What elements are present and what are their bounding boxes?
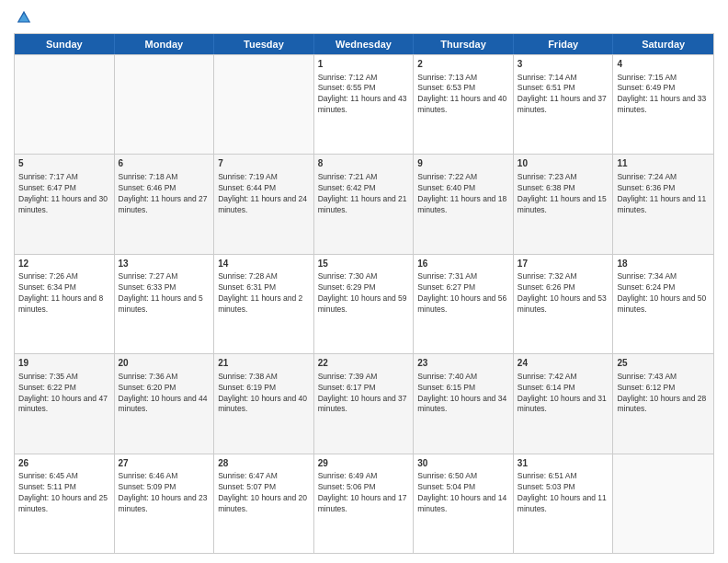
calendar-cell: 29Sunrise: 6:49 AMSunset: 5:06 PMDayligh… — [314, 454, 415, 553]
day-number: 20 — [119, 357, 210, 370]
calendar-row: 5Sunrise: 7:17 AMSunset: 6:47 PMDaylight… — [15, 154, 713, 253]
day-number: 31 — [518, 457, 609, 470]
cell-details: Sunrise: 7:43 AMSunset: 6:12 PMDaylight:… — [617, 372, 710, 416]
day-number: 6 — [119, 157, 210, 170]
day-number: 19 — [18, 357, 110, 370]
calendar-cell: 9Sunrise: 7:22 AMSunset: 6:40 PMDaylight… — [414, 155, 514, 253]
calendar-row: 1Sunrise: 7:12 AMSunset: 6:55 PMDaylight… — [15, 54, 713, 154]
day-number: 13 — [119, 258, 210, 270]
cell-details: Sunrise: 7:14 AMSunset: 6:51 PMDaylight:… — [518, 73, 609, 117]
cell-details: Sunrise: 7:28 AMSunset: 6:31 PMDaylight:… — [218, 271, 310, 316]
logo-icon — [16, 9, 32, 26]
day-number: 7 — [218, 157, 310, 170]
calendar-cell: 21Sunrise: 7:38 AMSunset: 6:19 PMDayligh… — [214, 354, 314, 453]
day-number: 11 — [617, 157, 710, 170]
day-number: 5 — [18, 157, 110, 170]
day-number: 28 — [218, 457, 310, 470]
day-number: 3 — [518, 58, 609, 71]
calendar-cell: 25Sunrise: 7:43 AMSunset: 6:12 PMDayligh… — [613, 354, 713, 453]
header-day: Monday — [115, 34, 215, 54]
calendar: SundayMondayTuesdayWednesdayThursdayFrid… — [14, 33, 714, 554]
calendar-cell: 2Sunrise: 7:13 AMSunset: 6:53 PMDaylight… — [414, 55, 514, 154]
day-number: 16 — [417, 258, 509, 270]
calendar-row: 12Sunrise: 7:26 AMSunset: 6:34 PMDayligh… — [15, 254, 713, 353]
calendar-cell: 15Sunrise: 7:30 AMSunset: 6:29 PMDayligh… — [314, 255, 415, 353]
cell-details: Sunrise: 7:23 AMSunset: 6:38 PMDaylight:… — [518, 172, 609, 216]
cell-details: Sunrise: 7:36 AMSunset: 6:20 PMDaylight:… — [119, 372, 210, 416]
calendar-cell: 26Sunrise: 6:45 AMSunset: 5:11 PMDayligh… — [15, 454, 115, 553]
cell-details: Sunrise: 7:30 AMSunset: 6:29 PMDaylight:… — [318, 271, 410, 316]
cell-details: Sunrise: 7:13 AMSunset: 6:53 PMDaylight:… — [417, 73, 509, 117]
calendar-cell: 19Sunrise: 7:35 AMSunset: 6:22 PMDayligh… — [15, 354, 115, 453]
cell-details: Sunrise: 7:12 AMSunset: 6:55 PMDaylight:… — [318, 73, 410, 117]
cell-details: Sunrise: 7:35 AMSunset: 6:22 PMDaylight:… — [18, 372, 110, 416]
day-number: 1 — [318, 58, 410, 71]
calendar-cell: 14Sunrise: 7:28 AMSunset: 6:31 PMDayligh… — [214, 255, 314, 353]
calendar-row: 26Sunrise: 6:45 AMSunset: 5:11 PMDayligh… — [15, 454, 713, 553]
calendar-cell: 5Sunrise: 7:17 AMSunset: 6:47 PMDaylight… — [15, 155, 115, 253]
calendar-cell: 16Sunrise: 7:31 AMSunset: 6:27 PMDayligh… — [414, 255, 514, 353]
page: SundayMondayTuesdayWednesdayThursdayFrid… — [0, 0, 728, 563]
cell-details: Sunrise: 7:15 AMSunset: 6:49 PMDaylight:… — [617, 73, 710, 117]
calendar-cell: 18Sunrise: 7:34 AMSunset: 6:24 PMDayligh… — [613, 255, 713, 353]
cell-details: Sunrise: 7:26 AMSunset: 6:34 PMDaylight:… — [18, 271, 110, 316]
calendar-cell: 3Sunrise: 7:14 AMSunset: 6:51 PMDaylight… — [514, 55, 614, 154]
calendar-cell: 8Sunrise: 7:21 AMSunset: 6:42 PMDaylight… — [314, 155, 415, 253]
header-day: Friday — [514, 34, 614, 54]
calendar-cell: 11Sunrise: 7:24 AMSunset: 6:36 PMDayligh… — [613, 155, 713, 253]
day-number: 18 — [617, 258, 710, 270]
day-number: 4 — [617, 58, 710, 71]
header-day: Saturday — [613, 34, 713, 54]
cell-details: Sunrise: 7:38 AMSunset: 6:19 PMDaylight:… — [218, 372, 310, 416]
day-number: 27 — [119, 457, 210, 470]
header — [14, 9, 714, 26]
day-number: 23 — [417, 357, 509, 370]
header-day: Wednesday — [314, 34, 415, 54]
day-number: 10 — [518, 157, 609, 170]
calendar-cell: 31Sunrise: 6:51 AMSunset: 5:03 PMDayligh… — [514, 454, 614, 553]
cell-details: Sunrise: 7:40 AMSunset: 6:15 PMDaylight:… — [417, 372, 509, 416]
calendar-cell: 28Sunrise: 6:47 AMSunset: 5:07 PMDayligh… — [214, 454, 314, 553]
calendar-cell: 4Sunrise: 7:15 AMSunset: 6:49 PMDaylight… — [613, 55, 713, 154]
calendar-cell: 1Sunrise: 7:12 AMSunset: 6:55 PMDaylight… — [314, 55, 415, 154]
calendar-cell: 10Sunrise: 7:23 AMSunset: 6:38 PMDayligh… — [514, 155, 614, 253]
calendar-cell: 7Sunrise: 7:19 AMSunset: 6:44 PMDaylight… — [214, 155, 314, 253]
calendar-cell — [613, 454, 713, 553]
header-day: Thursday — [414, 34, 514, 54]
cell-details: Sunrise: 6:49 AMSunset: 5:06 PMDaylight:… — [318, 471, 410, 515]
day-number: 12 — [18, 258, 110, 270]
cell-details: Sunrise: 6:47 AMSunset: 5:07 PMDaylight:… — [218, 471, 310, 515]
calendar-cell — [115, 55, 215, 154]
calendar-cell: 12Sunrise: 7:26 AMSunset: 6:34 PMDayligh… — [15, 255, 115, 353]
cell-details: Sunrise: 6:45 AMSunset: 5:11 PMDaylight:… — [18, 471, 110, 515]
cell-details: Sunrise: 7:27 AMSunset: 6:33 PMDaylight:… — [119, 271, 210, 316]
header-day: Tuesday — [214, 34, 314, 54]
calendar-cell: 6Sunrise: 7:18 AMSunset: 6:46 PMDaylight… — [115, 155, 215, 253]
calendar-row: 19Sunrise: 7:35 AMSunset: 6:22 PMDayligh… — [15, 353, 713, 453]
calendar-cell — [214, 55, 314, 154]
calendar-cell: 13Sunrise: 7:27 AMSunset: 6:33 PMDayligh… — [115, 255, 215, 353]
day-number: 2 — [417, 58, 509, 71]
day-number: 14 — [218, 258, 310, 270]
cell-details: Sunrise: 7:39 AMSunset: 6:17 PMDaylight:… — [318, 372, 410, 416]
calendar-cell: 20Sunrise: 7:36 AMSunset: 6:20 PMDayligh… — [115, 354, 215, 453]
calendar-cell: 22Sunrise: 7:39 AMSunset: 6:17 PMDayligh… — [314, 354, 415, 453]
calendar-cell: 17Sunrise: 7:32 AMSunset: 6:26 PMDayligh… — [514, 255, 614, 353]
day-number: 26 — [18, 457, 110, 470]
calendar-cell: 23Sunrise: 7:40 AMSunset: 6:15 PMDayligh… — [414, 354, 514, 453]
cell-details: Sunrise: 6:46 AMSunset: 5:09 PMDaylight:… — [119, 471, 210, 515]
cell-details: Sunrise: 7:32 AMSunset: 6:26 PMDaylight:… — [518, 271, 609, 316]
calendar-cell: 30Sunrise: 6:50 AMSunset: 5:04 PMDayligh… — [414, 454, 514, 553]
cell-details: Sunrise: 7:17 AMSunset: 6:47 PMDaylight:… — [18, 172, 110, 216]
day-number: 25 — [617, 357, 710, 370]
cell-details: Sunrise: 7:22 AMSunset: 6:40 PMDaylight:… — [417, 172, 509, 216]
cell-details: Sunrise: 7:21 AMSunset: 6:42 PMDaylight:… — [318, 172, 410, 216]
calendar-cell: 24Sunrise: 7:42 AMSunset: 6:14 PMDayligh… — [514, 354, 614, 453]
cell-details: Sunrise: 7:31 AMSunset: 6:27 PMDaylight:… — [417, 271, 509, 316]
day-number: 24 — [518, 357, 609, 370]
day-number: 15 — [318, 258, 410, 270]
day-number: 17 — [518, 258, 609, 270]
cell-details: Sunrise: 6:50 AMSunset: 5:04 PMDaylight:… — [417, 471, 509, 515]
cell-details: Sunrise: 7:42 AMSunset: 6:14 PMDaylight:… — [518, 372, 609, 416]
cell-details: Sunrise: 7:19 AMSunset: 6:44 PMDaylight:… — [218, 172, 310, 216]
